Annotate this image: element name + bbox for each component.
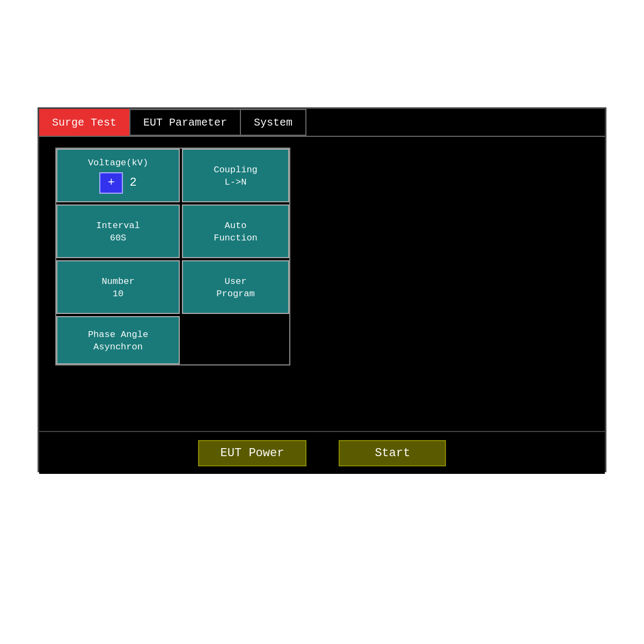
number-line2: 10 <box>113 289 123 299</box>
tab-system[interactable]: System <box>241 109 306 136</box>
screen-wrapper: Surge Test EUT Parameter System Voltage(… <box>38 107 606 472</box>
voltage-plus-button[interactable]: + <box>99 172 123 194</box>
auto-function-line1: Auto <box>225 219 247 232</box>
start-button[interactable]: Start <box>339 440 446 466</box>
interval-line1: Interval <box>96 219 140 232</box>
voltage-label: Voltage(kV) <box>65 158 171 168</box>
auto-function-line2: Function <box>214 233 258 243</box>
interval-line2: 60S <box>110 233 127 243</box>
user-program-line2: Program <box>216 289 254 299</box>
bottom-bar: EUT Power Start <box>39 431 605 474</box>
interval-cell[interactable]: Interval 60S <box>56 204 180 258</box>
coupling-line1: Coupling <box>214 164 258 177</box>
voltage-cell[interactable]: Voltage(kV) + 2 <box>56 149 180 202</box>
number-line1: Number <box>101 275 134 288</box>
tab-eut-parameter[interactable]: EUT Parameter <box>130 109 241 136</box>
coupling-line2: L->N <box>225 177 247 187</box>
phase-angle-line1: Phase Angle <box>88 328 148 341</box>
eut-power-button[interactable]: EUT Power <box>198 440 307 466</box>
phase-angle-line2: Asynchron <box>93 342 143 352</box>
voltage-value: 2 <box>129 176 136 189</box>
auto-function-cell[interactable]: Auto Function <box>182 204 289 258</box>
voltage-bottom-row: + 2 <box>65 172 171 194</box>
phase-angle-cell[interactable]: Phase Angle Asynchron <box>56 316 180 364</box>
user-program-cell[interactable]: User Program <box>182 260 289 314</box>
tab-bar: Surge Test EUT Parameter System <box>39 109 605 137</box>
param-grid: Voltage(kV) + 2 Coupling L->N Interval 6… <box>55 148 290 365</box>
user-program-line1: User <box>225 275 247 288</box>
number-cell[interactable]: Number 10 <box>56 260 180 314</box>
tab-surge-test[interactable]: Surge Test <box>39 109 130 136</box>
coupling-cell[interactable]: Coupling L->N <box>182 149 289 202</box>
main-content: Voltage(kV) + 2 Coupling L->N Interval 6… <box>39 137 605 431</box>
